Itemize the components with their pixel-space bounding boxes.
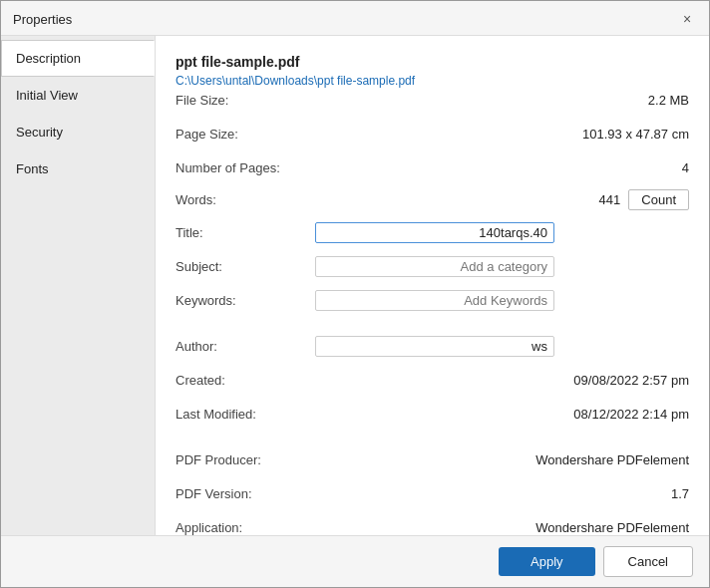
title-row: Title:: [176, 220, 689, 244]
created-value: 09/08/2022 2:57 pm: [315, 373, 689, 388]
pdf-producer-row: PDF Producer: Wondershare PDFelement: [176, 447, 689, 471]
title-input[interactable]: [315, 222, 554, 243]
file-size-value: 2.2 MB: [315, 93, 689, 108]
page-size-row: Page Size: 101.93 x 47.87 cm: [176, 122, 689, 146]
application-row: Application: Wondershare PDFelement: [176, 515, 689, 535]
dialog-footer: Apply Cancel: [1, 535, 709, 587]
file-size-label: File Size:: [176, 93, 315, 108]
subject-input[interactable]: [315, 256, 554, 277]
title-label: Title:: [176, 225, 315, 240]
application-label: Application:: [176, 520, 315, 535]
dialog-body: Description Initial View Security Fonts …: [1, 36, 709, 535]
created-label: Created:: [176, 373, 315, 388]
last-modified-value: 08/12/2022 2:14 pm: [315, 407, 689, 422]
pdf-version-row: PDF Version: 1.7: [176, 481, 689, 505]
dialog-title: Properties: [13, 12, 72, 27]
num-pages-value: 4: [315, 160, 689, 175]
file-name: ppt file-sample.pdf: [176, 54, 689, 70]
pdf-producer-label: PDF Producer:: [176, 452, 315, 467]
title-bar: Properties ×: [1, 1, 709, 36]
cancel-button[interactable]: Cancel: [603, 546, 693, 577]
content-area: ppt file-sample.pdf C:\Users\untal\Downl…: [156, 36, 709, 535]
subject-row: Subject:: [176, 254, 689, 278]
apply-button[interactable]: Apply: [499, 547, 595, 576]
author-input[interactable]: [315, 336, 554, 357]
sidebar-item-description[interactable]: Description: [1, 40, 155, 77]
num-pages-label: Number of Pages:: [176, 160, 315, 175]
created-row: Created: 09/08/2022 2:57 pm: [176, 368, 689, 392]
words-label: Words:: [176, 192, 315, 207]
last-modified-row: Last Modified: 08/12/2022 2:14 pm: [176, 402, 689, 426]
close-button[interactable]: ×: [677, 9, 697, 29]
keywords-input[interactable]: [315, 290, 554, 311]
keywords-row: Keywords:: [176, 288, 689, 312]
file-path[interactable]: C:\Users\untal\Downloads\ppt file-sample…: [176, 74, 415, 88]
pdf-version-label: PDF Version:: [176, 486, 315, 501]
sidebar: Description Initial View Security Fonts: [1, 36, 156, 535]
author-label: Author:: [176, 339, 315, 354]
sidebar-item-security[interactable]: Security: [1, 114, 155, 150]
last-modified-label: Last Modified:: [176, 407, 315, 422]
words-value: 441: [315, 192, 620, 207]
page-size-label: Page Size:: [176, 127, 315, 142]
properties-dialog: Properties × Description Initial View Se…: [0, 0, 710, 588]
pdf-version-value: 1.7: [315, 486, 689, 501]
keywords-label: Keywords:: [176, 293, 315, 308]
subject-label: Subject:: [176, 259, 315, 274]
page-size-value: 101.93 x 47.87 cm: [315, 127, 689, 142]
file-size-row: File Size: 2.2 MB: [176, 88, 689, 112]
count-button[interactable]: Count: [628, 189, 689, 210]
application-value: Wondershare PDFelement: [315, 520, 689, 535]
words-row: Words: 441 Count: [176, 189, 689, 210]
sidebar-item-initial-view[interactable]: Initial View: [1, 77, 155, 114]
sidebar-item-fonts[interactable]: Fonts: [1, 150, 155, 187]
num-pages-row: Number of Pages: 4: [176, 155, 689, 179]
pdf-producer-value: Wondershare PDFelement: [315, 452, 689, 467]
author-row: Author:: [176, 334, 689, 358]
